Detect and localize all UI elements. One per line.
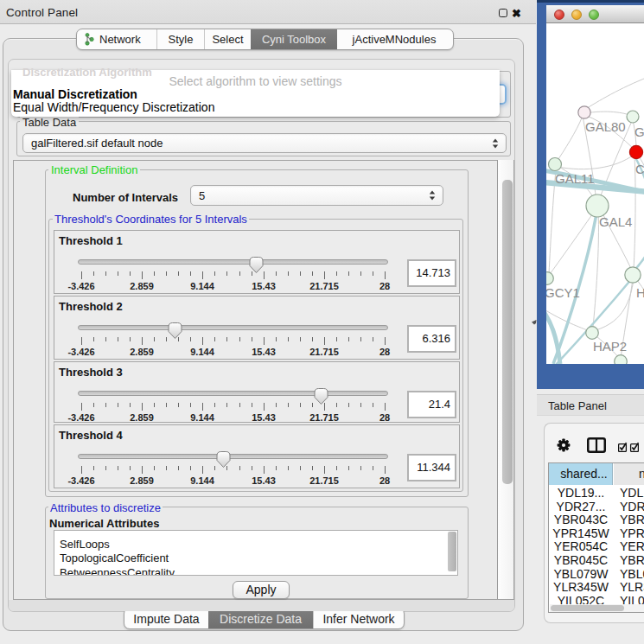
svg-text:GAL80: GAL80	[585, 119, 626, 134]
svg-text:GAL4: GAL4	[599, 214, 632, 229]
svg-text:GCY1: GCY1	[546, 285, 580, 300]
svg-text:GAL11: GAL11	[555, 171, 595, 186]
svg-text:HAP2: HAP2	[593, 339, 627, 354]
svg-text:GA: GA	[634, 124, 644, 139]
svg-text:C: C	[635, 162, 644, 176]
svg-text:H: H	[636, 285, 644, 300]
